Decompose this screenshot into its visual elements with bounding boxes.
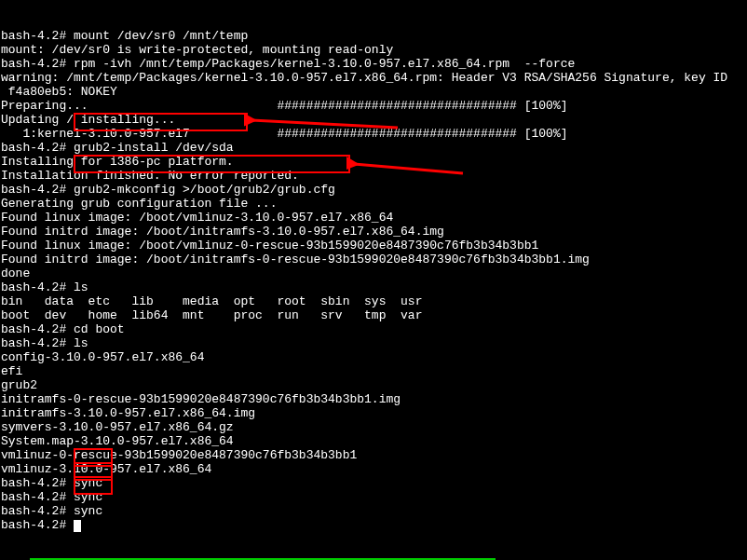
- terminal-line: boot dev home lib64 mnt proc run srv tmp…: [1, 308, 746, 322]
- terminal-line: Preparing... ###########################…: [1, 99, 746, 113]
- terminal-line: vmlinuz-0-rescue-93b1599020e8487390c76fb…: [1, 448, 746, 462]
- terminal-line: config-3.10.0-957.el7.x86_64: [1, 350, 746, 364]
- status-bar: [anaconda] 1:main* 2:shell 3:log 4:stora…: [1, 544, 746, 558]
- terminal-line: symvers-3.10.0-957.el7.x86_64.gz: [1, 420, 746, 434]
- terminal-line: grub2: [1, 378, 746, 392]
- terminal-line: Installing for i386-pc platform.: [1, 155, 746, 169]
- terminal-line: bash-4.2#: [1, 518, 746, 532]
- terminal-line: efi: [1, 364, 746, 378]
- terminal-line: bash-4.2# sync: [1, 490, 746, 504]
- terminal-line: initramfs-3.10.0-957.el7.x86_64.img: [1, 406, 746, 420]
- terminal-line: Updating / installing...: [1, 113, 746, 127]
- terminal-line: Found initrd image: /boot/initramfs-0-re…: [1, 253, 746, 266]
- terminal-line: bash-4.2# grub2-install /dev/sda: [1, 141, 746, 155]
- text-cursor: [74, 520, 81, 532]
- terminal-line: vmlinuz-3.10.0-957.el7.x86_64: [1, 462, 746, 476]
- terminal-line: bash-4.2# ls: [1, 336, 746, 350]
- terminal-line: Found linux image: /boot/vmlinuz-3.10.0-…: [1, 211, 746, 225]
- terminal-line: bash-4.2# grub2-mkconfig >/boot/grub2/gr…: [1, 183, 746, 197]
- terminal-line: bash-4.2# cd boot: [1, 322, 746, 336]
- terminal-line: bin data etc lib media opt root sbin sys…: [1, 294, 746, 308]
- terminal-line: System.map-3.10.0-957.el7.x86_64: [1, 434, 746, 448]
- terminal-window[interactable]: bash-4.2# mount /dev/sr0 /mnt/tempmount:…: [0, 0, 747, 560]
- terminal-line: warning: /mnt/temp/Packages/kernel-3.10.…: [1, 71, 746, 85]
- terminal-line: Generating grub configuration file ...: [1, 197, 746, 211]
- terminal-line: bash-4.2# sync: [1, 504, 746, 518]
- terminal-line: bash-4.2# rpm -ivh /mnt/temp/Packages/ke…: [1, 57, 746, 71]
- terminal-output: bash-4.2# mount /dev/sr0 /mnt/tempmount:…: [1, 29, 746, 532]
- terminal-line: bash-4.2# ls: [1, 280, 746, 294]
- terminal-line: Installation finished. No error reported…: [1, 169, 746, 183]
- terminal-line: bash-4.2# mount /dev/sr0 /mnt/temp: [1, 29, 746, 43]
- terminal-line: bash-4.2# sync: [1, 476, 746, 490]
- terminal-line: Found linux image: /boot/vmlinuz-0-rescu…: [1, 239, 746, 253]
- terminal-line: initramfs-0-rescue-93b1599020e8487390c76…: [1, 392, 746, 406]
- terminal-line: mount: /dev/sr0 is write-protected, moun…: [1, 43, 746, 57]
- terminal-line: Found initrd image: /boot/initramfs-3.10…: [1, 225, 746, 239]
- terminal-line: f4a80eb5: NOKEY: [1, 85, 746, 99]
- terminal-line: 1:kernel-3.10.0-957.el7 ################…: [1, 127, 746, 141]
- terminal-line: done: [1, 266, 746, 280]
